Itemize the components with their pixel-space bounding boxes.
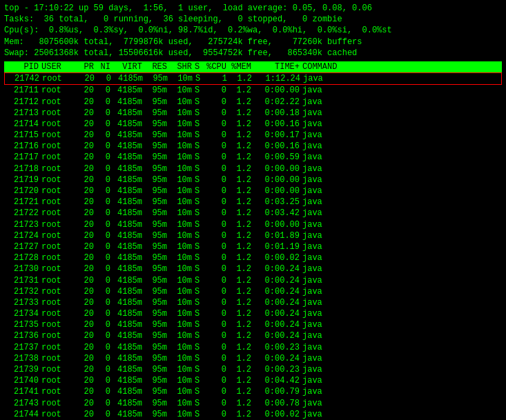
cell-user: root [41,398,77,409]
cell-time: 0:00.00 [254,85,302,96]
cell-cmd: java [302,297,500,308]
cell-user: root [41,386,77,397]
cell-pr: 20 [77,386,97,397]
cell-virt: 4185m [113,152,145,163]
table-row: 21711 root 20 0 4185m 95m 10m S 0 1.2 0:… [4,85,502,96]
cell-cmd: java [302,219,500,230]
cell-virt: 4185m [113,364,145,375]
cell-shr: 10m [170,297,195,308]
cell-virt: 4185m [113,174,145,186]
cell-shr: 10m [170,308,195,319]
cell-ni: 0 [97,186,113,197]
cell-pr: 20 [77,353,97,364]
cell-virt: 4185m [113,409,145,420]
cell-pr: 20 [77,219,97,230]
cell-cpu: 0 [204,286,229,297]
cell-pr: 20 [77,163,97,174]
cell-res: 95m [145,286,170,297]
cell-s: S [195,330,204,341]
cell-virt: 4185m [113,342,145,353]
cell-cpu: 0 [204,398,229,409]
cell-mem: 1.2 [229,119,254,130]
cell-res: 95m [145,108,170,119]
cell-time: 0:00.78 [254,398,302,409]
cell-virt: 4185m [113,286,145,297]
cell-s: S [195,208,204,219]
cell-virt: 4185m [113,241,145,252]
cell-cpu: 0 [204,308,229,319]
cell-shr: 10m [170,409,195,420]
cell-ni: 0 [97,297,113,308]
cell-s: S [195,73,205,84]
cell-mem: 1.2 [229,353,254,364]
cell-pid: 21711 [6,85,41,96]
table-row: 21738 root 20 0 4185m 95m 10m S 0 1.2 0:… [4,353,502,364]
cell-time: 0:00.16 [254,141,302,152]
table-header: PID USER PR NI VIRT RES SHR S %CPU %MEM … [4,61,502,72]
cell-pr: 20 [77,398,97,409]
cell-cpu: 0 [204,330,229,341]
cell-cpu: 1 [205,73,230,84]
cell-s: S [195,108,204,119]
cell-shr: 10m [170,85,195,96]
cell-mem: 1.2 [229,319,254,330]
cell-mem: 1.2 [229,297,254,308]
cell-pr: 20 [77,297,97,308]
cell-cmd: java [302,263,500,274]
table-row: 21730 root 20 0 4185m 95m 10m S 0 1.2 0:… [4,263,502,274]
cell-user: root [41,330,77,341]
cell-pr: 20 [78,73,97,84]
table-row: 21731 root 20 0 4185m 95m 10m S 0 1.2 0:… [4,275,502,286]
cell-res: 95m [145,197,170,208]
cell-res: 95m [145,208,170,219]
cell-cmd: java [302,208,500,219]
cell-ni: 0 [97,252,113,263]
cell-cpu: 0 [204,319,229,330]
cell-time: 0:03.25 [254,197,302,208]
cell-time: 0:00.24 [254,353,302,364]
cell-cpu: 0 [204,342,229,353]
cell-cpu: 0 [204,163,229,174]
cell-mem: 1.2 [229,163,254,174]
cell-user: root [41,108,77,119]
cell-mem: 1.2 [229,364,254,375]
cell-virt: 4185m [113,85,145,96]
cell-pr: 20 [77,108,97,119]
cell-cmd: java [302,241,500,252]
cell-cpu: 0 [204,409,229,420]
cell-pid: 21736 [6,330,41,341]
cell-mem: 1.2 [229,85,254,96]
cell-shr: 10m [170,108,195,119]
cell-mem: 1.2 [229,230,254,241]
table-row: 21744 root 20 0 4185m 95m 10m S 0 1.2 0:… [4,409,502,420]
cell-user: root [41,286,77,297]
process-table: PID USER PR NI VIRT RES SHR S %CPU %MEM … [4,61,502,420]
cell-ni: 0 [97,342,113,353]
cell-user: root [41,85,77,96]
cell-virt: 4185m [113,197,145,208]
cell-pid: 21734 [6,308,41,319]
cell-shr: 10m [170,163,195,174]
cell-pr: 20 [77,130,97,141]
cell-user: root [41,319,77,330]
cell-ni: 0 [97,119,113,130]
cell-pr: 20 [77,364,97,375]
cell-shr: 10m [170,263,195,274]
cell-time: 0:00.02 [254,409,302,420]
cell-shr: 10m [171,73,195,84]
cell-pr: 20 [77,409,97,420]
cell-virt: 4185m [113,263,145,274]
stat-line2: Tasks: 36 total, 0 running, 36 sleeping,… [4,14,502,25]
cell-user: root [41,308,77,319]
cell-s: S [195,286,204,297]
cell-mem: 1.2 [229,186,254,197]
cell-cmd: java [302,398,500,409]
cell-cmd: java [302,97,500,108]
cell-s: S [195,163,204,174]
cell-shr: 10m [170,197,195,208]
cell-s: S [195,119,204,130]
cell-virt: 4185m [113,119,145,130]
cell-mem: 1.2 [229,386,254,397]
cell-mem: 1.2 [229,219,254,230]
cell-user: root [41,364,77,375]
